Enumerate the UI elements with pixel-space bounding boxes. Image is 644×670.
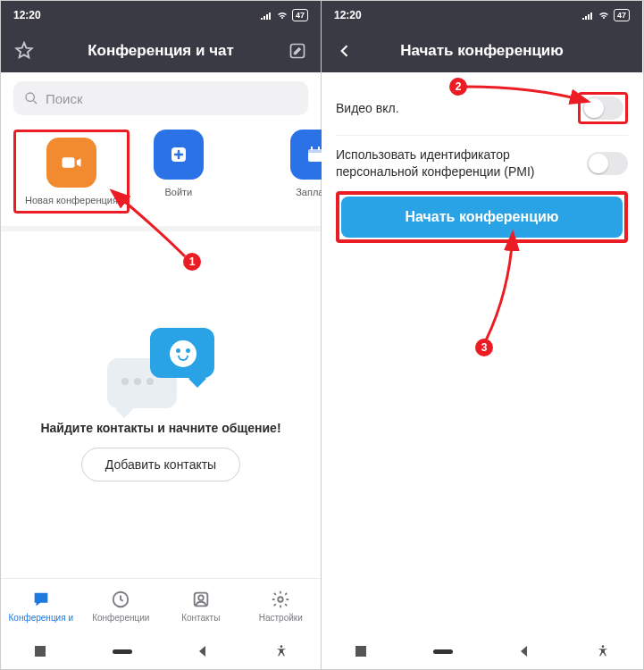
svg-rect-10 bbox=[35, 646, 46, 657]
chat-illustration bbox=[107, 328, 214, 408]
compose-icon bbox=[289, 42, 306, 60]
new-meeting-button[interactable] bbox=[46, 138, 96, 188]
android-nav-bar bbox=[1, 633, 321, 669]
tutorial-frame: 12:20 47 Конференция и чат Поиск bbox=[0, 0, 644, 670]
toggle-pmi[interactable] bbox=[587, 152, 628, 175]
android-nav-bar bbox=[322, 633, 642, 669]
action-join[interactable]: Войти bbox=[130, 130, 228, 214]
nav-accessibility-icon[interactable] bbox=[274, 644, 289, 658]
spacer bbox=[322, 243, 642, 633]
svg-point-9 bbox=[279, 597, 284, 602]
status-bar: 12:20 47 bbox=[322, 1, 642, 29]
row-video-on: Видео вкл. bbox=[336, 81, 628, 136]
chevron-left-icon bbox=[336, 42, 354, 60]
tab-meetings[interactable]: Конференции bbox=[81, 579, 162, 633]
svg-point-15 bbox=[601, 645, 604, 648]
highlight-start: Начать конференцию bbox=[336, 191, 628, 243]
step-badge-3: 3 bbox=[475, 339, 493, 356]
phone-left: 12:20 47 Конференция и чат Поиск bbox=[1, 1, 322, 669]
svg-point-12 bbox=[280, 645, 282, 648]
toggle-video[interactable] bbox=[582, 96, 623, 120]
nav-home-icon[interactable] bbox=[113, 648, 132, 655]
search-input[interactable]: Поиск bbox=[13, 81, 308, 115]
nav-home-icon[interactable] bbox=[433, 648, 453, 655]
join-button[interactable] bbox=[154, 130, 204, 180]
action-label: Новая конференция bbox=[25, 195, 118, 205]
nav-accessibility-icon[interactable] bbox=[596, 644, 610, 658]
signal-icon bbox=[581, 11, 594, 20]
row-label: Использовать идентификатор персональной … bbox=[336, 147, 587, 180]
empty-state: Найдите контакты и начните общение! Доба… bbox=[1, 231, 321, 578]
svg-rect-5 bbox=[308, 149, 322, 153]
row-use-pmi: Использовать идентификатор персональной … bbox=[336, 136, 628, 191]
search-wrap: Поиск bbox=[1, 72, 321, 124]
status-icons: 47 bbox=[581, 9, 630, 21]
header-title: Конференция и чат bbox=[88, 42, 234, 60]
status-time: 12:20 bbox=[334, 9, 362, 21]
back-button[interactable] bbox=[325, 29, 364, 72]
wifi-icon bbox=[598, 11, 610, 20]
tab-contacts[interactable]: Контакты bbox=[161, 579, 241, 633]
svg-rect-11 bbox=[113, 649, 132, 654]
header-right: Начать конференцию bbox=[322, 29, 642, 72]
svg-point-8 bbox=[198, 595, 204, 600]
search-icon bbox=[24, 91, 38, 105]
nav-back-icon[interactable] bbox=[197, 645, 209, 657]
svg-rect-14 bbox=[433, 649, 453, 654]
compose-button[interactable] bbox=[278, 29, 317, 72]
svg-point-1 bbox=[26, 93, 34, 101]
battery-icon: 47 bbox=[292, 9, 308, 21]
tab-meet-chat[interactable]: Конференция и bbox=[1, 579, 81, 633]
phone-right: 12:20 47 Начать конференцию Видео вкл. И… bbox=[322, 1, 642, 669]
action-label: Войти bbox=[164, 187, 192, 197]
star-icon bbox=[14, 41, 34, 61]
clock-icon bbox=[111, 590, 130, 609]
signal-icon bbox=[260, 11, 272, 20]
step-badge-2: 2 bbox=[449, 78, 467, 96]
header-left: Конференция и чат bbox=[1, 29, 321, 72]
actions-row: Новая конференция Войти Заплани bbox=[1, 124, 321, 226]
plus-icon bbox=[168, 144, 189, 165]
search-placeholder: Поиск bbox=[46, 91, 83, 106]
step-badge-1: 1 bbox=[183, 253, 201, 271]
tab-settings[interactable]: Настройки bbox=[241, 579, 322, 633]
row-label: Видео вкл. bbox=[336, 100, 578, 117]
action-schedule[interactable]: Заплани bbox=[228, 130, 326, 214]
status-bar: 12:20 47 bbox=[1, 1, 321, 29]
gear-icon bbox=[271, 590, 290, 609]
chat-icon bbox=[31, 590, 51, 609]
status-icons: 47 bbox=[260, 9, 308, 21]
svg-rect-13 bbox=[355, 646, 366, 657]
start-meeting-button[interactable]: Начать конференцию bbox=[341, 197, 623, 238]
video-icon bbox=[59, 150, 84, 175]
action-new-meeting[interactable]: Новая конференция bbox=[13, 130, 130, 214]
wifi-icon bbox=[276, 11, 289, 20]
battery-icon: 47 bbox=[614, 9, 630, 21]
favorite-button[interactable] bbox=[4, 29, 44, 72]
nav-back-icon[interactable] bbox=[518, 645, 531, 657]
add-contacts-button[interactable]: Добавить контакты bbox=[81, 448, 240, 482]
empty-message: Найдите контакты и начните общение! bbox=[40, 421, 280, 435]
nav-recent-icon[interactable] bbox=[354, 644, 368, 658]
tab-bar: Конференция и Конференции Контакты Настр… bbox=[1, 578, 321, 633]
status-time: 12:20 bbox=[13, 9, 41, 21]
start-settings: Видео вкл. Использовать идентификатор пе… bbox=[322, 72, 642, 243]
header-title: Начать конференцию bbox=[400, 42, 564, 60]
svg-rect-2 bbox=[62, 157, 74, 168]
nav-recent-icon[interactable] bbox=[33, 644, 47, 658]
contacts-icon bbox=[191, 590, 211, 609]
